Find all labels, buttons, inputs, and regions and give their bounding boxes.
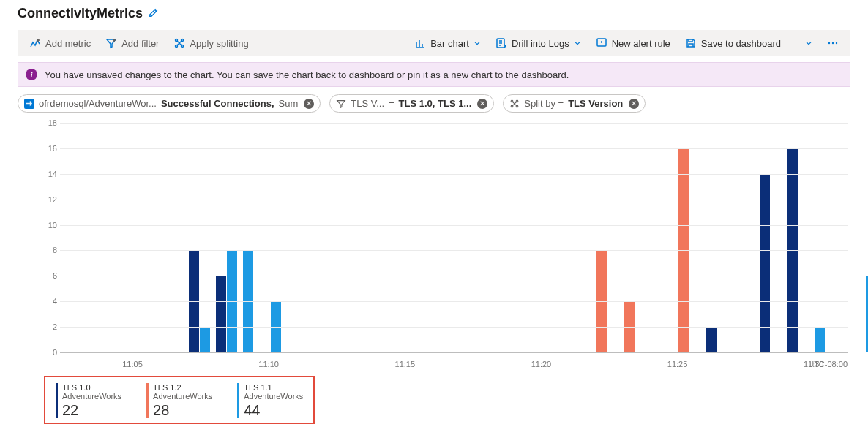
metric-name: Successful Connections,: [161, 98, 274, 109]
y-tick-label: 6: [44, 271, 57, 280]
y-tick-label: 14: [44, 170, 57, 178]
svg-point-6: [828, 42, 830, 44]
legend-series-source: AdventureWorks: [62, 392, 121, 401]
save-options-chevron[interactable]: [799, 37, 818, 50]
bar-chart-icon: [414, 37, 426, 49]
y-tick-label: 12: [44, 195, 57, 204]
edit-title-icon[interactable]: [149, 7, 159, 20]
remove-metric-icon[interactable]: ✕: [304, 99, 314, 109]
remove-filter-icon[interactable]: ✕: [477, 99, 487, 109]
legend-series-source: AdventureWorks: [244, 392, 303, 401]
remove-split-icon[interactable]: ✕: [629, 99, 639, 109]
chart-type-label: Bar chart: [430, 38, 469, 49]
add-filter-label: Add filter: [121, 38, 159, 49]
metric-agg: Sum: [279, 98, 299, 109]
legend-item[interactable]: TLS 1.1AdventureWorks44: [237, 383, 303, 418]
apply-splitting-button[interactable]: Apply splitting: [168, 34, 254, 52]
gridline: [60, 200, 848, 200]
legend-series-name: TLS 1.2: [153, 383, 212, 392]
timezone-label: UTC-08:00: [808, 360, 848, 368]
y-tick-label: 0: [44, 348, 57, 357]
gridline: [60, 174, 848, 175]
metric-pill[interactable]: ofrdemosql/AdventureWor... Successful Co…: [18, 94, 321, 113]
more-button[interactable]: [821, 34, 845, 52]
info-icon: i: [26, 69, 37, 80]
logs-icon: [495, 37, 507, 49]
chart-bar[interactable]: [200, 327, 210, 352]
banner-text: You have unsaved changes to the chart. Y…: [45, 69, 569, 80]
legend-series-name: TLS 1.1: [244, 383, 303, 392]
chevron-down-icon: [805, 39, 812, 47]
y-tick-label: 2: [44, 322, 57, 331]
chart-bar[interactable]: [706, 327, 717, 352]
x-tick-label: 11:25: [667, 360, 688, 368]
resource-icon: [24, 99, 34, 109]
legend-series-value: 28: [153, 402, 212, 418]
metrics-chart[interactable]: 024681012141618 11:0511:1011:1511:2011:2…: [44, 123, 848, 371]
save-icon: [685, 37, 697, 49]
gridline: [60, 327, 848, 328]
gridline: [60, 148, 848, 149]
legend-color-swatch: [146, 383, 149, 418]
add-metric-button[interactable]: Add metric: [23, 34, 97, 52]
add-metric-icon: [29, 37, 41, 49]
split-value: TLS Version: [568, 98, 623, 109]
x-tick-label: 11:15: [395, 360, 416, 368]
add-filter-button[interactable]: Add filter: [100, 34, 165, 52]
chart-bar[interactable]: [760, 174, 770, 352]
gridline: [60, 225, 848, 226]
legend-series-name: TLS 1.0: [62, 383, 121, 392]
unsaved-changes-banner: i You have unsaved changes to the chart.…: [18, 62, 850, 87]
drill-into-logs-button[interactable]: Drill into Logs: [490, 34, 587, 52]
x-tick-label: 11:10: [258, 360, 279, 368]
alert-icon: [596, 37, 607, 49]
gridline: [60, 123, 848, 124]
svg-point-8: [836, 42, 837, 44]
legend-series-value: 22: [62, 402, 121, 418]
chart-bar[interactable]: [216, 276, 226, 352]
filter-eq: =: [389, 98, 394, 109]
y-tick-label: 16: [44, 144, 57, 153]
add-metric-label: Add metric: [45, 38, 91, 49]
y-tick-label: 18: [44, 118, 57, 127]
y-tick-label: 8: [44, 246, 57, 254]
filter-pill[interactable]: TLS V... = TLS 1.0, TLS 1... ✕: [329, 94, 494, 113]
split-label: Split by =: [524, 98, 564, 109]
new-alert-rule-label: New alert rule: [612, 38, 670, 49]
new-alert-rule-button[interactable]: New alert rule: [590, 34, 676, 52]
more-icon: [827, 37, 839, 49]
divider: [793, 36, 793, 50]
legend-series-value: 44: [244, 402, 303, 418]
filter-icon: [336, 99, 346, 109]
chevron-down-icon: [474, 39, 481, 47]
filter-value: TLS 1.0, TLS 1...: [399, 98, 472, 109]
chart-bar[interactable]: [815, 327, 825, 352]
gridline: [60, 276, 848, 276]
filter-icon: [105, 37, 117, 49]
gridline: [60, 250, 848, 251]
split-pill[interactable]: Split by = TLS Version ✕: [503, 94, 646, 113]
svg-point-7: [832, 42, 834, 44]
legend-item[interactable]: TLS 1.2AdventureWorks28: [146, 383, 212, 418]
legend-color-swatch: [56, 383, 58, 418]
chart-type-selector[interactable]: Bar chart: [408, 34, 487, 52]
save-to-dashboard-label: Save to dashboard: [701, 38, 781, 49]
legend-series-source: AdventureWorks: [153, 392, 212, 401]
drill-into-logs-label: Drill into Logs: [512, 38, 569, 49]
split-icon: [173, 37, 185, 49]
apply-splitting-label: Apply splitting: [190, 38, 248, 49]
x-tick-label: 11:05: [122, 360, 143, 368]
legend-highlight-box: TLS 1.0AdventureWorks22TLS 1.2AdventureW…: [44, 376, 315, 424]
metrics-toolbar: Add metric Add filter Apply splitting Ba…: [18, 30, 850, 56]
y-tick-label: 10: [44, 221, 57, 230]
legend-color-swatch: [237, 383, 239, 418]
legend-item[interactable]: TLS 1.0AdventureWorks22: [56, 383, 121, 418]
split-icon: [509, 99, 520, 109]
gridline: [60, 301, 848, 302]
x-tick-label: 11:20: [531, 360, 552, 368]
gridline: [60, 352, 848, 353]
y-tick-label: 4: [44, 297, 57, 306]
save-to-dashboard-button[interactable]: Save to dashboard: [679, 34, 787, 52]
page-title: ConnectivityMetrics: [18, 6, 143, 21]
chevron-down-icon: [574, 39, 581, 47]
